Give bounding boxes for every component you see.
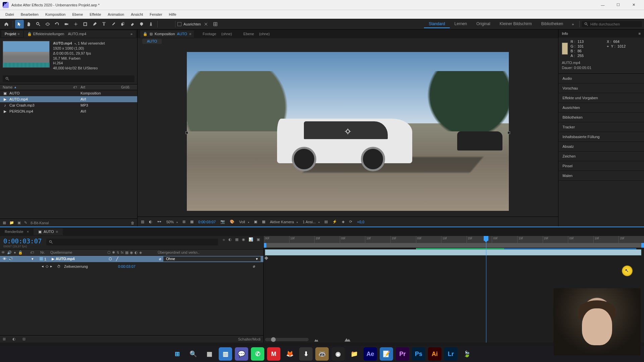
zoom-in-mountain-icon[interactable]: [344, 337, 351, 342]
prop-value[interactable]: 0:00:03:07: [118, 264, 136, 268]
new-comp-icon[interactable]: ▣: [17, 221, 21, 225]
col-size[interactable]: Größ: [121, 85, 135, 89]
camera-select[interactable]: Aktive Kamera: [270, 220, 298, 224]
menu-ebene[interactable]: Ebene: [69, 11, 86, 18]
panel-tracker[interactable]: Tracker: [558, 122, 644, 132]
tab-layer[interactable]: Ebene (ohne): [241, 31, 273, 37]
frame-blend-icon[interactable]: ▦: [235, 237, 238, 242]
zoom-out-mountain-icon[interactable]: [314, 338, 319, 342]
panel-inhaltsbasierte-füllung[interactable]: Inhaltsbasierte Füllung: [558, 132, 644, 142]
col-source[interactable]: Quellenname: [50, 250, 107, 255]
panel-malen[interactable]: Malen: [558, 171, 644, 181]
fast-icon[interactable]: ⚡: [332, 220, 337, 224]
footer-switches[interactable]: Schalter/Modi: [238, 337, 261, 341]
handle-right[interactable]: [507, 131, 510, 134]
timeline-timecode[interactable]: 0:00:03:07: [3, 237, 42, 245]
keyframe[interactable]: [264, 256, 268, 260]
workspace-standard[interactable]: Standard: [424, 20, 450, 28]
anchor-point-icon[interactable]: [344, 128, 351, 135]
menu-komposition[interactable]: Komposition: [42, 11, 69, 18]
timeline-zoom-slider[interactable]: [265, 338, 309, 341]
render-icon[interactable]: ⟳: [349, 220, 352, 224]
taskbar-taskview[interactable]: ▦: [203, 347, 216, 361]
viewer[interactable]: [138, 46, 558, 217]
playhead[interactable]: [486, 236, 486, 343]
motion-blur-icon[interactable]: ◉: [242, 237, 245, 242]
roto-tool[interactable]: [137, 20, 146, 28]
taskbar-aftereffects[interactable]: Ae: [364, 347, 377, 361]
brush-tool[interactable]: [109, 20, 118, 28]
time-ruler[interactable]: 00f19f29f09f19f29f09f19f29f09f19f29f09f1…: [264, 236, 644, 248]
panel-bibliotheken[interactable]: Bibliotheken: [558, 113, 644, 122]
tab-footage[interactable]: Footage (ohne): [200, 31, 234, 37]
eye-icon[interactable]: 👁: [3, 257, 6, 261]
taskbar-obs[interactable]: ◉: [331, 347, 345, 361]
col-type[interactable]: Art: [80, 85, 121, 89]
menu-ansicht[interactable]: Ansicht: [127, 11, 146, 18]
pickwhip-icon[interactable]: ⌀: [159, 257, 161, 261]
panel-pinsel[interactable]: Pinsel: [558, 161, 644, 171]
col-nr[interactable]: Nr.: [40, 250, 50, 255]
switches-cols[interactable]: ⬡✱↯fx▦◉◐◈: [107, 250, 158, 255]
roi-icon[interactable]: ▣: [254, 220, 257, 224]
text-tool[interactable]: T: [100, 20, 108, 28]
alpha-icon[interactable]: ▥: [141, 220, 144, 224]
label-col[interactable]: 🏷: [30, 250, 40, 255]
3d-icon[interactable]: ◈: [342, 220, 344, 224]
camera-tool[interactable]: [62, 20, 71, 28]
panel-zeichen[interactable]: Zeichen: [558, 152, 644, 161]
taskbar-app[interactable]: 🍃: [460, 347, 474, 361]
trash-icon[interactable]: 🗑: [131, 221, 135, 225]
tab-timeline-comp[interactable]: ▣AUTO≡: [34, 228, 63, 235]
comp-mini-icon[interactable]: ⎆: [223, 238, 225, 242]
prev-key-icon[interactable]: ◂: [42, 264, 44, 268]
rect-tool[interactable]: [81, 20, 90, 28]
project-item[interactable]: ♪Car Crash.mp3MP3: [0, 102, 137, 108]
views-select[interactable]: 1 Ansi...: [303, 220, 320, 224]
layer-clip[interactable]: [265, 249, 641, 255]
channel-icon[interactable]: ◐: [149, 220, 152, 224]
home-icon[interactable]: [2, 20, 11, 28]
snap-checkbox[interactable]: [177, 22, 181, 26]
snapshot-icon[interactable]: 📷: [220, 220, 225, 224]
twirl-icon[interactable]: ▾: [32, 257, 34, 261]
taskbar-jdown[interactable]: ⬇: [299, 347, 313, 361]
folder-icon[interactable]: 📁: [9, 221, 14, 225]
selection-tool[interactable]: [15, 20, 24, 28]
taskbar-teams[interactable]: 💬: [235, 347, 248, 361]
menu-effekte[interactable]: Effekte: [86, 11, 104, 18]
clone-tool[interactable]: [118, 20, 127, 28]
av-columns[interactable]: 👁🔊●🔒: [1, 250, 30, 255]
workspace-original[interactable]: Original: [472, 20, 495, 28]
pen-tool[interactable]: [90, 20, 99, 28]
add-key-icon[interactable]: ◇: [46, 264, 48, 268]
col-label[interactable]: 🏷: [73, 85, 80, 89]
eraser-tool[interactable]: [128, 20, 137, 28]
taskbar-editor[interactable]: 📝: [380, 347, 393, 361]
graph-icon[interactable]: 📊: [249, 237, 253, 242]
workspace-bibliotheken[interactable]: Bibliotheken: [537, 20, 568, 28]
col-name[interactable]: Name: [3, 85, 12, 89]
snap-options-icon[interactable]: [202, 20, 210, 28]
speaker-icon[interactable]: 🔊: [8, 257, 13, 261]
workspace-lernen[interactable]: Lernen: [450, 20, 472, 28]
tab-renderlist[interactable]: Renderliste×: [0, 228, 34, 235]
menu-animation[interactable]: Animation: [104, 11, 127, 18]
tab-composition[interactable]: 🔒 ⊟ Komposition AUTO ≡: [140, 31, 194, 38]
help-search[interactable]: Hilfe durchsuchen: [582, 21, 642, 27]
next-key-icon[interactable]: ▸: [50, 264, 52, 268]
menu-bearbeiten[interactable]: Bearbeiten: [17, 11, 42, 18]
taskbar-explorer[interactable]: 📁: [347, 347, 361, 361]
taskbar-widgets[interactable]: ▥: [219, 347, 232, 361]
taskbar-firefox[interactable]: 🦊: [283, 347, 297, 361]
menu-fenster[interactable]: Fenster: [146, 11, 165, 18]
draft3d-icon[interactable]: ▣: [257, 237, 260, 242]
taskbar-mega[interactable]: M: [267, 347, 280, 361]
viewer-timecode[interactable]: 0:00:03:07: [198, 220, 216, 224]
shy-icon[interactable]: ◐: [228, 237, 232, 242]
panel-effekte-und-vorgaben[interactable]: Effekte und Vorgaben: [558, 93, 644, 103]
comp-breadcrumb[interactable]: AUTO: [138, 38, 558, 46]
pixel-icon[interactable]: ▤: [324, 220, 328, 224]
color-icon[interactable]: 🎨: [230, 220, 234, 224]
project-item[interactable]: ▣AUTOKomposition: [0, 90, 137, 96]
